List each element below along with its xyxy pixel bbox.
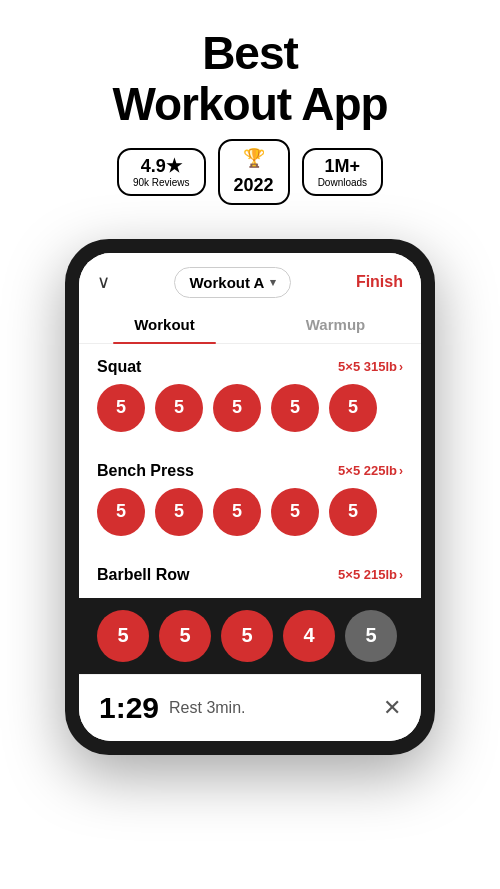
page-title: Best Workout App — [20, 28, 480, 129]
rating-sub: 90k Reviews — [133, 177, 190, 188]
header: Best Workout App 4.9★ 90k Reviews 🏆 2022… — [0, 0, 500, 239]
badges-row: 4.9★ 90k Reviews 🏆 2022 1M+ Downloads — [20, 139, 480, 205]
phone-shell: ∨ Workout A ▾ Finish Workout Warmup Squa… — [65, 239, 435, 755]
active-bubble-3[interactable]: 5 — [221, 610, 273, 662]
award-badge: 🏆 2022 — [218, 139, 290, 205]
bench-bubble-3[interactable]: 5 — [213, 488, 261, 536]
squat-bubble-4[interactable]: 5 — [271, 384, 319, 432]
timer-close-button[interactable]: ✕ — [383, 695, 401, 721]
squat-name: Squat — [97, 358, 141, 376]
timer-label: Rest 3min. — [169, 699, 245, 717]
downloads-badge: 1M+ Downloads — [302, 148, 383, 197]
bench-bubbles: 5 5 5 5 5 — [97, 488, 403, 536]
phone-mockup: ∨ Workout A ▾ Finish Workout Warmup Squa… — [65, 239, 435, 755]
bench-bubble-1[interactable]: 5 — [97, 488, 145, 536]
exercise-bench: Bench Press 5×5 225lb › 5 5 5 5 5 — [79, 452, 421, 556]
bench-chevron-icon: › — [399, 464, 403, 478]
barbell-name: Barbell Row — [97, 566, 189, 584]
rest-timer: 1:29 Rest 3min. ✕ — [79, 674, 421, 741]
bench-sets[interactable]: 5×5 225lb › — [338, 463, 403, 478]
exercise-barbell: Barbell Row 5×5 215lb › — [79, 556, 421, 598]
squat-chevron-icon: › — [399, 360, 403, 374]
timer-left: 1:29 Rest 3min. — [99, 691, 246, 725]
squat-bubble-2[interactable]: 5 — [155, 384, 203, 432]
squat-bubble-1[interactable]: 5 — [97, 384, 145, 432]
active-bubble-1[interactable]: 5 — [97, 610, 149, 662]
app-bar: ∨ Workout A ▾ Finish — [79, 253, 421, 306]
tab-workout[interactable]: Workout — [79, 306, 250, 343]
bench-row: Bench Press 5×5 225lb › — [97, 462, 403, 480]
rating-value: 4.9★ — [141, 156, 182, 178]
trophy-icon: 🏆 — [243, 147, 265, 169]
phone-screen: ∨ Workout A ▾ Finish Workout Warmup Squa… — [79, 253, 421, 741]
active-bubble-4[interactable]: 4 — [283, 610, 335, 662]
bench-name: Bench Press — [97, 462, 194, 480]
exercise-squat: Squat 5×5 315lb › 5 5 5 5 5 — [79, 348, 421, 452]
rating-badge: 4.9★ 90k Reviews — [117, 148, 206, 197]
bench-bubble-5[interactable]: 5 — [329, 488, 377, 536]
squat-row: Squat 5×5 315lb › — [97, 358, 403, 376]
barbell-chevron-icon: › — [399, 568, 403, 582]
finish-button[interactable]: Finish — [356, 273, 403, 291]
downloads-value: 1M+ — [325, 156, 361, 178]
squat-bubbles: 5 5 5 5 5 — [97, 384, 403, 432]
bench-bubble-4[interactable]: 5 — [271, 488, 319, 536]
active-bubble-5[interactable]: 5 — [345, 610, 397, 662]
active-set-bar: 5 5 5 4 5 — [79, 598, 421, 674]
squat-bubble-5[interactable]: 5 — [329, 384, 377, 432]
tab-warmup[interactable]: Warmup — [250, 306, 421, 343]
barbell-sets[interactable]: 5×5 215lb › — [338, 567, 403, 582]
chevron-down-icon[interactable]: ∨ — [97, 271, 110, 293]
workout-dropdown[interactable]: Workout A ▾ — [174, 267, 291, 298]
barbell-row: Barbell Row 5×5 215lb › — [97, 566, 403, 584]
timer-time: 1:29 — [99, 691, 159, 725]
squat-bubble-3[interactable]: 5 — [213, 384, 261, 432]
bench-bubble-2[interactable]: 5 — [155, 488, 203, 536]
active-bubble-2[interactable]: 5 — [159, 610, 211, 662]
dropdown-arrow-icon: ▾ — [270, 276, 276, 289]
squat-sets[interactable]: 5×5 315lb › — [338, 359, 403, 374]
downloads-sub: Downloads — [318, 177, 367, 188]
tabs-bar: Workout Warmup — [79, 306, 421, 344]
workout-name: Workout A — [189, 274, 264, 291]
award-year: 2022 — [234, 175, 274, 197]
